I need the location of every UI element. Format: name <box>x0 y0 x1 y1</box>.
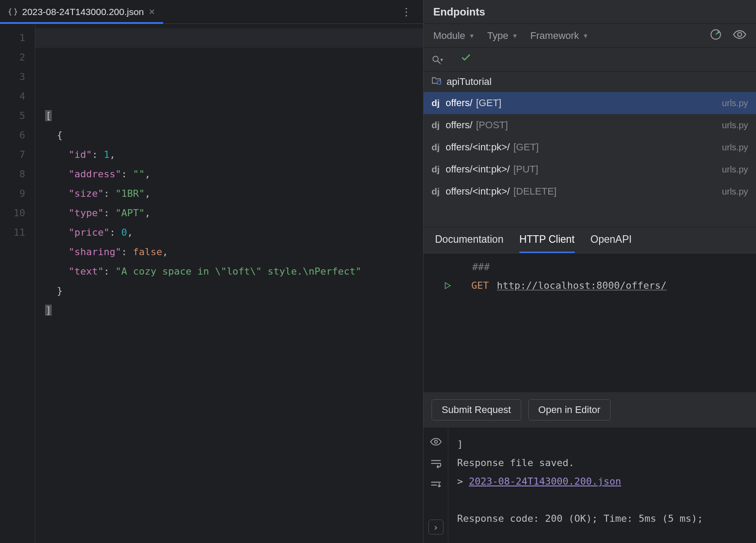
endpoints-pane: Endpoints Module▼ Type▼ Framework▼ ▾ <box>424 0 756 543</box>
endpoint-source: urls.py <box>722 142 748 153</box>
endpoint-group[interactable]: apiTutorial <box>424 72 756 92</box>
detail-tabs: Documentation HTTP Client OpenAPI <box>424 227 756 253</box>
endpoint-source: urls.py <box>722 120 748 130</box>
response-file-link[interactable]: 2023-08-24T143000.200.json <box>469 476 621 487</box>
endpoint-path: offers/<int:pk>/ <box>446 186 510 197</box>
eye-icon[interactable] <box>430 437 442 449</box>
group-label: apiTutorial <box>447 76 492 88</box>
editor-body[interactable]: 1 2 3 4 5 6 7 8 9 10 11 [ { "id": 1, "ad… <box>0 24 423 543</box>
endpoint-row[interactable]: dj offers/ [GET] urls.py <box>424 92 756 114</box>
chevron-down-icon: ▼ <box>583 32 589 39</box>
endpoints-title: Endpoints <box>433 6 485 18</box>
tab-title: 2023-08-24T143000.200.json <box>22 7 144 17</box>
endpoint-method: [DELETE] <box>513 186 557 197</box>
tab-menu-icon[interactable]: ⋮ <box>400 0 412 24</box>
run-icon[interactable] <box>441 281 454 290</box>
django-icon: dj <box>431 98 446 108</box>
endpoint-method: [PUT] <box>513 164 538 175</box>
eye-icon[interactable] <box>733 30 746 42</box>
expand-icon[interactable]: › <box>428 520 443 535</box>
endpoint-row[interactable]: dj offers/ [POST] urls.py <box>424 114 756 136</box>
chevron-down-icon: ▼ <box>469 32 475 39</box>
json-file-icon <box>8 7 18 17</box>
endpoint-path: offers/<int:pk>/ <box>446 141 510 153</box>
inspection-ok-icon[interactable] <box>402 31 413 42</box>
http-url[interactable]: http://localhost:8000/offers/ <box>497 276 667 295</box>
gauge-icon[interactable] <box>710 29 722 42</box>
django-icon: dj <box>431 142 446 153</box>
tab-bar: 2023-08-24T143000.200.json ✕ ⋮ <box>0 0 423 24</box>
endpoint-row[interactable]: dj offers/<int:pk>/ [GET] urls.py <box>424 136 756 158</box>
svg-point-7 <box>434 440 437 444</box>
endpoint-method: [GET] <box>513 141 538 153</box>
http-method: GET <box>471 276 489 295</box>
response-toolbar: › <box>424 428 448 543</box>
endpoint-row[interactable]: dj offers/<int:pk>/ [PUT] urls.py <box>424 158 756 180</box>
submit-request-button[interactable]: Submit Request <box>431 399 521 421</box>
endpoint-path: offers/ <box>446 97 473 109</box>
endpoint-row[interactable]: dj offers/<int:pk>/ [DELETE] urls.py <box>424 180 756 203</box>
http-client-editor[interactable]: ### GET http://localhost:8000/offers/ <box>424 253 756 308</box>
editor-tab[interactable]: 2023-08-24T143000.200.json ✕ <box>0 0 163 23</box>
type-filter[interactable]: Type▼ <box>487 30 518 42</box>
endpoint-source: urls.py <box>722 187 748 197</box>
endpoint-method: [POST] <box>476 119 508 131</box>
endpoint-path: offers/ <box>446 119 473 131</box>
endpoint-method: [GET] <box>476 97 501 109</box>
tab-documentation[interactable]: Documentation <box>435 233 504 253</box>
chevron-down-icon: ▼ <box>512 32 518 39</box>
svg-point-3 <box>738 33 742 37</box>
django-icon: dj <box>431 120 446 130</box>
endpoint-path: offers/<int:pk>/ <box>446 164 510 175</box>
tab-openapi[interactable]: OpenAPI <box>591 233 632 253</box>
scroll-to-end-icon[interactable] <box>430 480 442 492</box>
action-buttons: Submit Request Open in Editor <box>424 392 756 428</box>
open-in-editor-button[interactable]: Open in Editor <box>528 399 611 421</box>
module-filter[interactable]: Module▼ <box>433 30 475 42</box>
endpoint-source: urls.py <box>722 164 748 175</box>
django-icon: dj <box>431 186 446 197</box>
framework-filter[interactable]: Framework▼ <box>531 30 589 42</box>
django-icon: dj <box>431 164 446 175</box>
endpoints-header: Endpoints <box>424 0 756 24</box>
request-separator: ### <box>472 258 747 276</box>
search-row[interactable]: ▾ <box>424 48 756 72</box>
code-area[interactable]: [ { "id": 1, "address": "", "size": "1BR… <box>35 24 423 543</box>
close-icon[interactable]: ✕ <box>149 7 155 17</box>
endpoint-list: apiTutorial dj offers/ [GET] urls.py dj … <box>424 72 756 203</box>
soft-wrap-icon[interactable] <box>430 459 442 470</box>
response-body[interactable]: ] Response file saved. > 2023-08-24T1430… <box>448 428 756 543</box>
tab-http-client[interactable]: HTTP Client <box>519 233 575 253</box>
gutter: 1 2 3 4 5 6 7 8 9 10 11 <box>0 24 35 543</box>
svg-line-2 <box>716 33 718 34</box>
filters-bar: Module▼ Type▼ Framework▼ <box>424 24 756 48</box>
editor-pane: 2023-08-24T143000.200.json ✕ ⋮ 1 2 3 4 5… <box>0 0 424 543</box>
endpoint-source: urls.py <box>722 98 748 108</box>
response-pane: › ] Response file saved. > 2023-08-24T14… <box>424 428 756 543</box>
